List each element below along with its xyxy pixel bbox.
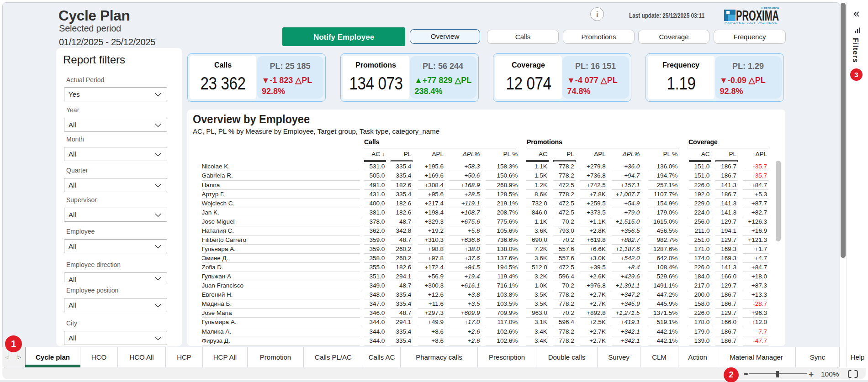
svg-text:RESEARCH: RESEARCH <box>764 7 779 10</box>
svg-text:ANALYSE ACT ACHIEVE: ANALYSE ACT ACHIEVE <box>725 21 778 24</box>
